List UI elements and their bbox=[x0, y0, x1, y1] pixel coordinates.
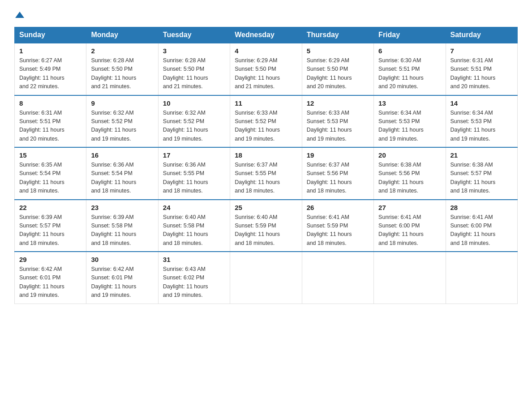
day-number: 8 bbox=[19, 99, 82, 107]
day-detail: Sunrise: 6:38 AMSunset: 5:57 PMDaylight:… bbox=[450, 162, 496, 194]
day-detail: Sunrise: 6:27 AMSunset: 5:49 PMDaylight:… bbox=[19, 57, 64, 90]
logo bbox=[14, 11, 24, 20]
day-detail: Sunrise: 6:39 AMSunset: 5:57 PMDaylight:… bbox=[19, 214, 64, 246]
day-cell: 16 Sunrise: 6:36 AMSunset: 5:54 PMDaylig… bbox=[86, 147, 158, 200]
day-number: 10 bbox=[163, 99, 225, 107]
calendar-header: SundayMondayTuesdayWednesdayThursdayFrid… bbox=[15, 27, 518, 43]
day-cell: 26 Sunrise: 6:41 AMSunset: 5:59 PMDaylig… bbox=[302, 200, 373, 252]
day-number: 2 bbox=[91, 47, 153, 55]
day-cell: 28 Sunrise: 6:41 AMSunset: 6:00 PMDaylig… bbox=[446, 200, 517, 252]
day-cell: 8 Sunrise: 6:31 AMSunset: 5:51 PMDayligh… bbox=[15, 95, 86, 148]
day-detail: Sunrise: 6:36 AMSunset: 5:55 PMDaylight:… bbox=[163, 162, 208, 194]
day-detail: Sunrise: 6:33 AMSunset: 5:53 PMDaylight:… bbox=[307, 110, 352, 142]
day-cell: 17 Sunrise: 6:36 AMSunset: 5:55 PMDaylig… bbox=[158, 147, 230, 200]
day-cell: 27 Sunrise: 6:41 AMSunset: 6:00 PMDaylig… bbox=[374, 200, 446, 252]
day-detail: Sunrise: 6:32 AMSunset: 5:52 PMDaylight:… bbox=[91, 110, 136, 142]
page-header bbox=[14, 11, 518, 20]
day-detail: Sunrise: 6:28 AMSunset: 5:50 PMDaylight:… bbox=[91, 57, 136, 90]
day-number: 3 bbox=[163, 47, 225, 55]
day-cell: 7 Sunrise: 6:31 AMSunset: 5:51 PMDayligh… bbox=[446, 43, 517, 95]
day-cell: 3 Sunrise: 6:28 AMSunset: 5:50 PMDayligh… bbox=[158, 43, 230, 95]
day-detail: Sunrise: 6:42 AMSunset: 6:01 PMDaylight:… bbox=[19, 266, 64, 298]
day-detail: Sunrise: 6:28 AMSunset: 5:50 PMDaylight:… bbox=[163, 57, 208, 90]
day-number: 17 bbox=[163, 151, 225, 159]
day-number: 13 bbox=[378, 99, 441, 107]
day-detail: Sunrise: 6:41 AMSunset: 5:59 PMDaylight:… bbox=[307, 214, 352, 246]
day-number: 28 bbox=[450, 204, 513, 211]
day-number: 22 bbox=[19, 204, 82, 211]
day-detail: Sunrise: 6:41 AMSunset: 6:00 PMDaylight:… bbox=[450, 214, 496, 246]
day-cell: 14 Sunrise: 6:34 AMSunset: 5:53 PMDaylig… bbox=[446, 95, 517, 148]
day-cell: 23 Sunrise: 6:39 AMSunset: 5:58 PMDaylig… bbox=[86, 200, 158, 252]
col-header-monday: Monday bbox=[86, 27, 158, 43]
day-detail: Sunrise: 6:37 AMSunset: 5:55 PMDaylight:… bbox=[235, 162, 280, 194]
week-row-3: 15 Sunrise: 6:35 AMSunset: 5:54 PMDaylig… bbox=[15, 147, 518, 200]
day-number: 27 bbox=[378, 204, 441, 211]
day-cell: 10 Sunrise: 6:32 AMSunset: 5:52 PMDaylig… bbox=[158, 95, 230, 148]
day-detail: Sunrise: 6:29 AMSunset: 5:50 PMDaylight:… bbox=[235, 57, 280, 90]
day-number: 11 bbox=[235, 99, 297, 107]
day-detail: Sunrise: 6:32 AMSunset: 5:52 PMDaylight:… bbox=[163, 110, 208, 142]
day-detail: Sunrise: 6:35 AMSunset: 5:54 PMDaylight:… bbox=[19, 162, 64, 194]
day-cell: 15 Sunrise: 6:35 AMSunset: 5:54 PMDaylig… bbox=[15, 147, 86, 200]
day-number: 25 bbox=[235, 204, 297, 211]
col-header-wednesday: Wednesday bbox=[230, 27, 302, 43]
day-detail: Sunrise: 6:37 AMSunset: 5:56 PMDaylight:… bbox=[307, 162, 352, 194]
day-number: 19 bbox=[307, 151, 369, 159]
day-cell: 24 Sunrise: 6:40 AMSunset: 5:58 PMDaylig… bbox=[158, 200, 230, 252]
day-number: 15 bbox=[19, 151, 82, 159]
logo-triangle-icon bbox=[15, 12, 24, 18]
week-row-4: 22 Sunrise: 6:39 AMSunset: 5:57 PMDaylig… bbox=[15, 200, 518, 252]
day-cell bbox=[302, 252, 373, 304]
day-cell: 12 Sunrise: 6:33 AMSunset: 5:53 PMDaylig… bbox=[302, 95, 373, 148]
day-detail: Sunrise: 6:38 AMSunset: 5:56 PMDaylight:… bbox=[378, 162, 424, 194]
day-detail: Sunrise: 6:31 AMSunset: 5:51 PMDaylight:… bbox=[19, 110, 64, 142]
day-number: 14 bbox=[450, 99, 513, 107]
day-cell: 31 Sunrise: 6:43 AMSunset: 6:02 PMDaylig… bbox=[158, 252, 230, 304]
calendar-table: SundayMondayTuesdayWednesdayThursdayFrid… bbox=[14, 27, 518, 304]
day-number: 12 bbox=[307, 99, 369, 107]
week-row-2: 8 Sunrise: 6:31 AMSunset: 5:51 PMDayligh… bbox=[15, 95, 518, 148]
day-number: 23 bbox=[91, 204, 153, 211]
day-cell: 5 Sunrise: 6:29 AMSunset: 5:50 PMDayligh… bbox=[302, 43, 373, 95]
day-number: 30 bbox=[91, 256, 153, 263]
day-detail: Sunrise: 6:39 AMSunset: 5:58 PMDaylight:… bbox=[91, 214, 136, 246]
calendar-body: 1 Sunrise: 6:27 AMSunset: 5:49 PMDayligh… bbox=[15, 43, 518, 304]
day-number: 18 bbox=[235, 151, 297, 159]
day-detail: Sunrise: 6:42 AMSunset: 6:01 PMDaylight:… bbox=[91, 266, 136, 298]
day-cell: 18 Sunrise: 6:37 AMSunset: 5:55 PMDaylig… bbox=[230, 147, 302, 200]
day-detail: Sunrise: 6:40 AMSunset: 5:58 PMDaylight:… bbox=[163, 214, 208, 246]
day-number: 31 bbox=[163, 256, 225, 263]
day-detail: Sunrise: 6:40 AMSunset: 5:59 PMDaylight:… bbox=[235, 214, 280, 246]
day-number: 9 bbox=[91, 99, 153, 107]
day-detail: Sunrise: 6:33 AMSunset: 5:52 PMDaylight:… bbox=[235, 110, 280, 142]
day-cell: 30 Sunrise: 6:42 AMSunset: 6:01 PMDaylig… bbox=[86, 252, 158, 304]
day-number: 4 bbox=[235, 47, 297, 55]
day-detail: Sunrise: 6:36 AMSunset: 5:54 PMDaylight:… bbox=[91, 162, 136, 194]
day-cell bbox=[374, 252, 446, 304]
week-row-5: 29 Sunrise: 6:42 AMSunset: 6:01 PMDaylig… bbox=[15, 252, 518, 304]
day-cell: 19 Sunrise: 6:37 AMSunset: 5:56 PMDaylig… bbox=[302, 147, 373, 200]
day-cell: 13 Sunrise: 6:34 AMSunset: 5:53 PMDaylig… bbox=[374, 95, 446, 148]
col-header-friday: Friday bbox=[374, 27, 446, 43]
day-number: 7 bbox=[450, 47, 513, 55]
col-header-sunday: Sunday bbox=[15, 27, 86, 43]
day-cell: 6 Sunrise: 6:30 AMSunset: 5:51 PMDayligh… bbox=[374, 43, 446, 95]
day-cell: 4 Sunrise: 6:29 AMSunset: 5:50 PMDayligh… bbox=[230, 43, 302, 95]
day-cell bbox=[230, 252, 302, 304]
day-number: 21 bbox=[450, 151, 513, 159]
week-row-1: 1 Sunrise: 6:27 AMSunset: 5:49 PMDayligh… bbox=[15, 43, 518, 95]
day-detail: Sunrise: 6:41 AMSunset: 6:00 PMDaylight:… bbox=[378, 214, 424, 246]
day-detail: Sunrise: 6:30 AMSunset: 5:51 PMDaylight:… bbox=[378, 57, 424, 90]
day-cell: 22 Sunrise: 6:39 AMSunset: 5:57 PMDaylig… bbox=[15, 200, 86, 252]
col-header-saturday: Saturday bbox=[446, 27, 517, 43]
col-header-thursday: Thursday bbox=[302, 27, 373, 43]
day-cell: 2 Sunrise: 6:28 AMSunset: 5:50 PMDayligh… bbox=[86, 43, 158, 95]
day-cell: 11 Sunrise: 6:33 AMSunset: 5:52 PMDaylig… bbox=[230, 95, 302, 148]
day-number: 29 bbox=[19, 256, 82, 263]
day-detail: Sunrise: 6:34 AMSunset: 5:53 PMDaylight:… bbox=[378, 110, 424, 142]
day-cell: 20 Sunrise: 6:38 AMSunset: 5:56 PMDaylig… bbox=[374, 147, 446, 200]
col-header-tuesday: Tuesday bbox=[158, 27, 230, 43]
day-number: 24 bbox=[163, 204, 225, 211]
day-number: 6 bbox=[378, 47, 441, 55]
